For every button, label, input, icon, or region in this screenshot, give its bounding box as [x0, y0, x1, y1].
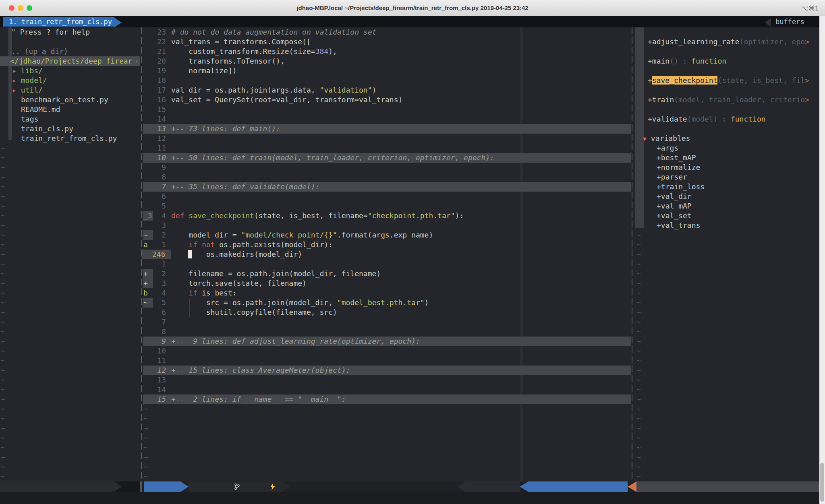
code-line[interactable]: if not os.path.exists(model_dir):: [171, 240, 333, 250]
code-line[interactable]: val_dir = os.path.join(args.data, "valid…: [171, 85, 376, 95]
tagbar-split-separator[interactable]: [632, 27, 632, 481]
close-window-icon[interactable]: [9, 5, 15, 11]
text-span: torch.save(state, filename): [171, 279, 307, 287]
code-line[interactable]: if is_best:: [171, 288, 237, 298]
code-line[interactable]: def save_checkpoint(state, is_best, file…: [171, 211, 464, 221]
buffers-label[interactable]: buffers: [775, 17, 804, 27]
line-number: 3: [142, 279, 166, 288]
code-line[interactable]: shutil.copyfile(filename, src): [171, 308, 337, 317]
line-number: 14: [142, 385, 166, 395]
empty-line-tilde: ~: [1, 182, 5, 192]
line-number: 6: [142, 192, 166, 201]
empty-line-tilde: ~: [1, 423, 5, 433]
fold-text[interactable]: +-- 2 lines: if __name__ == "__main__":: [171, 395, 346, 404]
nerdtree-row[interactable]: ▸ util/: [0, 85, 140, 95]
nerdtree-row[interactable]: tags: [0, 114, 140, 124]
powerline-arrow-icon: [520, 481, 529, 492]
code-line[interactable]: val_trans = transforms.Compose([: [171, 37, 311, 47]
line-number: 15: [142, 395, 166, 404]
line-number: 18: [142, 76, 166, 85]
tagbar-entry[interactable]: +train_loss: [657, 182, 705, 192]
tagbar-entry[interactable]: +main() : function: [648, 56, 726, 66]
code-line[interactable]: model_dir = "model/check_point/{}".forma…: [171, 230, 433, 240]
tab-label: 1. train_retr_from_cls.py: [9, 18, 112, 26]
nerdtree-row[interactable]: " Press ? for help: [0, 27, 140, 37]
tagbar-entry[interactable]: +normalize: [657, 163, 700, 172]
empty-line-tilde: ~: [636, 279, 641, 288]
nerdtree-row[interactable]: ▸ model/: [0, 76, 140, 85]
text-span: shutil.copyfile(filename, src): [171, 308, 337, 316]
tagbar-entry[interactable]: +save_checkpoint(state, is_best, fil>: [648, 76, 809, 85]
empty-line-tilde: ~: [1, 375, 5, 385]
line-number: 16: [142, 95, 166, 105]
nerdtree-row[interactable]: benchmark_on_test.py: [0, 95, 140, 105]
text-span: +main: [648, 57, 670, 65]
nerdtree-row[interactable]: train_retr_from_cls.py: [0, 134, 140, 143]
tagbar-entry[interactable]: +validate(model) : function: [648, 114, 766, 124]
zoom-window-icon[interactable]: [27, 5, 32, 11]
code-line[interactable]: custom_transform.Resize(size=384),: [171, 47, 337, 56]
fold-text[interactable]: +-- 35 lines: def validate(model):: [171, 182, 319, 192]
line-number: 22: [142, 37, 166, 47]
text-span: +val_mAP: [657, 202, 692, 210]
fold-text[interactable]: +-- 9 lines: def adjust_learning_rate(op…: [171, 337, 420, 346]
nerdtree-split-separator[interactable]: [141, 27, 142, 481]
tagbar-entry[interactable]: +val_trans: [657, 221, 700, 230]
nerdtree-row[interactable]: .. (up a dir): [0, 47, 140, 56]
tagbar-entry[interactable]: ▼ variables: [643, 134, 690, 143]
text-span: (model): [687, 115, 718, 123]
tagbar-entry[interactable]: +adjust_learning_rate(optimizer, epo>: [648, 37, 809, 47]
empty-line-tilde: ~: [1, 230, 5, 240]
text-span: function: [731, 115, 766, 123]
code-line[interactable]: src = os.path.join(model_dir, "model_bes…: [171, 298, 429, 308]
tagbar-entry[interactable]: +val_set: [657, 211, 692, 221]
empty-line-tilde: ~: [1, 250, 5, 259]
powerline-arrow-icon: [282, 481, 290, 492]
tagbar-entry[interactable]: +best_mAP: [657, 153, 696, 163]
code-line[interactable]: filename = os.path.join(model_dir, filen…: [171, 269, 381, 279]
nerdtree-row-text: train_retr_from_cls.py: [21, 134, 117, 143]
empty-line-tilde: ~: [1, 462, 5, 472]
empty-line-tilde: ~: [636, 356, 641, 366]
fold-text[interactable]: +-- 73 lines: def main():: [171, 124, 280, 134]
scrollbar-thumb[interactable]: [820, 463, 824, 502]
text-span: +normalize: [657, 163, 700, 171]
vim-tabline: 1. train_retr_from_cls.py: [0, 16, 825, 27]
tagbar-statusline: [Name] train_retr_from_cls.py: [636, 481, 819, 492]
text-span: +train_loss: [657, 182, 705, 191]
minimize-window-icon[interactable]: [18, 5, 23, 11]
tagbar-entry[interactable]: +val_mAP: [657, 201, 692, 211]
code-line[interactable]: normalize]): [171, 66, 237, 76]
fold-text[interactable]: +-- 15 lines: class AverageMeter(object)…: [171, 366, 350, 375]
tagbar-entry[interactable]: +train(model, train_loader, criterio>: [648, 95, 809, 105]
code-line[interactable]: transforms.ToTensor(),: [171, 56, 285, 66]
fold-text[interactable]: +-- 50 lines: def train(model, train_loa…: [171, 153, 494, 163]
code-line[interactable]: val_set = QuerySet(root=val_dir, transfo…: [171, 95, 402, 105]
empty-line-tilde: ~: [636, 404, 641, 414]
tagbar-entry[interactable]: +parser: [657, 172, 687, 182]
tagbar-entry[interactable]: +val_dir: [657, 192, 692, 201]
empty-line-tilde: ~: [1, 395, 5, 404]
text-span: libs/: [21, 66, 43, 75]
empty-line-tilde: ~: [636, 462, 641, 472]
empty-line-tilde: ~: [636, 375, 641, 385]
nerdtree-row[interactable]: train_cls.py: [0, 124, 140, 134]
nerdtree-row-text: ▸ model/: [12, 76, 47, 85]
line-number: 4: [142, 211, 166, 221]
line-number: 10: [142, 153, 166, 163]
tagbar-scroll-strip[interactable]: [635, 27, 644, 228]
scrollbar-track[interactable]: [819, 16, 825, 504]
nerdtree-row[interactable]: ▸ libs/: [0, 66, 140, 76]
nerdtree-row[interactable]: README.md: [0, 105, 140, 114]
line-number: 6: [142, 308, 166, 317]
nerdtree-row[interactable]: </jdhao/Projects/deep_firear›: [0, 56, 140, 66]
text-span: +parser: [657, 173, 687, 181]
text-span: os.path.exists(model_dir):: [215, 240, 333, 249]
tab-train-retr-from-cls[interactable]: 1. train_retr_from_cls.py: [3, 17, 114, 27]
code-line[interactable]: torch.save(state, filename): [171, 279, 307, 288]
code-line[interactable]: # do not do data augmentation on validat…: [171, 27, 376, 37]
line-number: 7: [142, 317, 166, 327]
empty-line-tilde: ~: [636, 269, 641, 279]
tagbar-entry[interactable]: +args: [657, 143, 678, 153]
empty-line-tilde: ~: [636, 288, 641, 298]
